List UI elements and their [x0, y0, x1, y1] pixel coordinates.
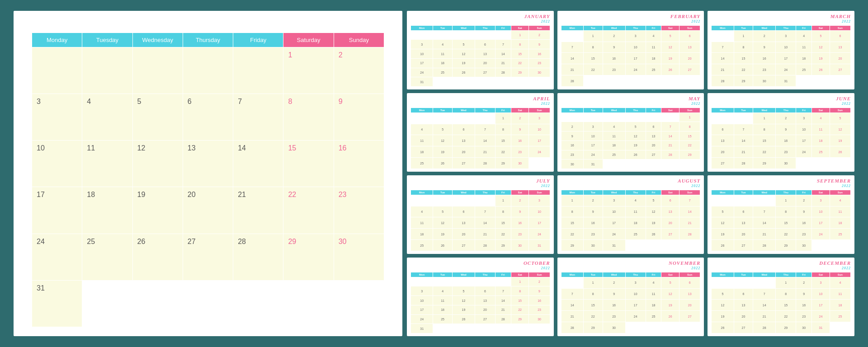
mini-day-cell — [625, 322, 646, 333]
mini-day-cell: 21 — [679, 217, 700, 229]
mini-day-cell — [812, 240, 830, 251]
mini-day-cell: 14 — [661, 131, 679, 141]
mini-day-cell: 17 — [812, 300, 830, 311]
mini-day-cell: 30 — [776, 158, 796, 169]
mini-day-cell: 11 — [433, 296, 453, 305]
mini-header: Mon — [712, 272, 734, 277]
mini-day-cell: 2 — [796, 277, 812, 288]
mini-month-title: FEBRUARY2022 — [561, 14, 701, 24]
mini-day-cell — [625, 75, 646, 87]
mini-day-cell: 1 — [511, 277, 529, 286]
mini-header: Tue — [734, 25, 753, 30]
mini-day-cell: 5 — [712, 288, 734, 300]
mini-day-cell: 14 — [712, 53, 734, 64]
mini-day-cell: 18 — [830, 300, 850, 311]
mini-day-cell: 10 — [411, 49, 433, 59]
mini-day-cell: 30 — [583, 240, 603, 251]
mini-day-cell: 11 — [625, 206, 646, 217]
mini-header: Fri — [495, 272, 511, 277]
mini-header: Sat — [661, 272, 679, 277]
mini-day-cell: 12 — [625, 131, 646, 141]
mini-day-cell: 15 — [753, 135, 776, 146]
mini-header: Wed — [603, 108, 625, 113]
mini-day-cell: 29 — [753, 158, 776, 169]
mini-header: Sat — [812, 272, 830, 277]
mini-day-cell — [661, 322, 679, 333]
mini-day-cell: 5 — [830, 113, 850, 124]
mini-day-cell: 5 — [712, 206, 734, 217]
mini-day-cell — [529, 324, 550, 333]
mini-day-cell: 5 — [625, 122, 646, 131]
mini-day-cell: 12 — [433, 135, 453, 146]
mini-day-cell — [495, 324, 511, 333]
mini-day-cell: 24 — [812, 229, 830, 240]
mini-day-cell: 29 — [776, 240, 796, 251]
main-day-cell: 28 — [233, 234, 283, 280]
mini-day-cell: 7 — [495, 40, 511, 49]
mini-day-cell: 13 — [679, 42, 700, 53]
mini-header: Tue — [433, 25, 453, 30]
mini-cal-july: JULY2022MonTueWedThuFriSatSun12345678910… — [407, 175, 554, 254]
mini-year-title: 2022 — [561, 19, 701, 24]
mini-header: Fri — [796, 272, 812, 277]
mini-header: Fri — [796, 190, 812, 195]
mini-table: MonTueWedThuFriSatSun1234567891011121314… — [561, 25, 701, 87]
mini-day-cell — [625, 240, 646, 251]
mini-day-cell: 12 — [712, 300, 734, 311]
mini-day-cell: 23 — [753, 64, 776, 75]
mini-cal-april: APRIL2022MonTueWedThuFriSatSun1234567891… — [407, 93, 554, 172]
mini-day-cell: 6 — [734, 206, 753, 217]
mini-day-cell: 2 — [776, 113, 796, 124]
mini-day-cell: 4 — [625, 195, 646, 206]
mini-header: Sat — [812, 25, 830, 30]
mini-day-cell: 25 — [830, 311, 850, 322]
mini-day-cell: 13 — [712, 135, 734, 146]
mini-day-cell: 4 — [433, 286, 453, 296]
mini-day-cell — [452, 195, 475, 206]
mini-day-cell: 23 — [603, 311, 625, 322]
mini-header: Mon — [561, 272, 583, 277]
mini-day-cell: 30 — [603, 322, 625, 333]
mini-day-cell: 2 — [796, 195, 812, 206]
mini-day-cell — [583, 75, 603, 87]
mini-day-cell: 5 — [646, 195, 661, 206]
mini-year-title: 2022 — [561, 102, 701, 106]
mini-day-cell: 30 — [796, 322, 812, 333]
mini-day-cell: 17 — [411, 305, 433, 314]
mini-header: Wed — [603, 272, 625, 277]
mini-day-cell: 26 — [712, 240, 734, 251]
main-day-cell: 3 — [32, 94, 82, 141]
mini-day-cell: 21 — [561, 311, 583, 322]
mini-header: Wed — [603, 25, 625, 30]
mini-cal-june: JUNE2022MonTueWedThuFriSatSun12345678910… — [708, 93, 854, 172]
mini-day-cell: 6 — [734, 288, 753, 300]
mini-day-cell: 5 — [661, 30, 679, 42]
mini-header: Mon — [712, 190, 734, 195]
mini-day-cell — [646, 159, 661, 169]
mini-day-cell: 9 — [511, 206, 529, 217]
main-day-cell: 7 — [233, 94, 283, 141]
mini-day-cell: 28 — [475, 158, 495, 169]
mini-day-cell: 22 — [776, 311, 796, 322]
mini-day-cell — [475, 195, 495, 206]
mini-day-cell — [679, 75, 700, 87]
main-day-cell: 24 — [32, 234, 82, 280]
mini-header: Wed — [753, 25, 776, 30]
mini-day-cell: 3 — [411, 286, 433, 296]
mini-day-cell: 28 — [661, 150, 679, 159]
mini-day-cell: 28 — [495, 68, 511, 77]
mini-day-cell — [452, 277, 475, 286]
mini-header: Sun — [679, 25, 700, 30]
mini-header: Wed — [603, 190, 625, 195]
mini-header: Wed — [452, 272, 475, 277]
mini-day-cell: 13 — [646, 131, 661, 141]
mini-day-cell: 30 — [529, 68, 550, 77]
mini-day-cell: 29 — [511, 314, 529, 324]
mini-day-cell: 24 — [603, 229, 625, 240]
mini-day-cell: 29 — [561, 240, 583, 251]
main-day-cell — [32, 47, 82, 94]
header-friday: Friday — [233, 33, 283, 47]
mini-day-cell: 1 — [679, 113, 700, 122]
mini-day-cell — [529, 158, 550, 169]
header-saturday: Saturday — [283, 33, 334, 47]
